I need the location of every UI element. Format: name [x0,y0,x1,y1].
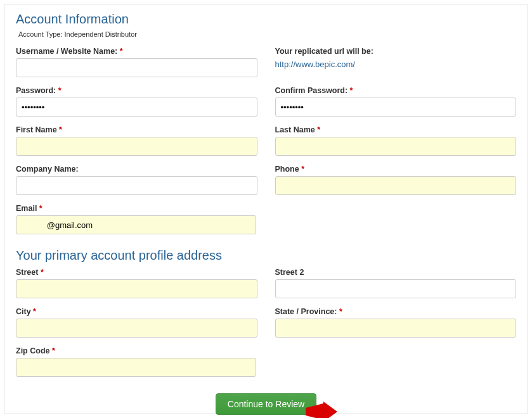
required-mark: * [39,204,42,213]
required-mark: * [33,307,36,316]
city-input[interactable] [16,319,257,338]
last-name-label-text: Last Name [275,125,315,134]
email-label-text: Email [16,204,37,213]
confirm-password-label: Confirm Password: * [275,86,517,95]
username-label-text: Username / Website Name: [16,47,117,56]
last-name-input[interactable] [275,137,517,156]
first-name-label-text: First Name [16,125,57,134]
confirm-password-input[interactable] [275,98,517,117]
account-type-label: Account Type: Independent Distributor [18,30,516,38]
first-name-input[interactable] [16,137,257,156]
phone-label-text: Phone [275,165,299,174]
username-input[interactable] [16,58,257,77]
confirm-password-label-text: Confirm Password: [275,86,348,95]
account-info-title: Account Information [16,12,516,27]
replicated-url-label: Your replicated url will be: [275,47,517,56]
required-mark: * [317,125,320,134]
street-label-text: Street [16,268,38,277]
company-name-input[interactable] [16,176,257,195]
required-mark: * [301,165,304,174]
state-label: State / Province: * [275,307,517,316]
replicated-url-link[interactable]: http://www.bepic.com/ [275,60,355,69]
password-label: Password: * [16,86,257,95]
username-label: Username / Website Name: * [16,47,257,56]
password-input[interactable] [16,98,257,117]
city-label-text: City [16,307,31,316]
email-input[interactable] [16,215,256,234]
city-label: City * [16,307,257,316]
email-label: Email * [16,204,256,213]
zip-input[interactable] [16,358,256,377]
required-mark: * [58,86,62,95]
first-name-label: First Name * [16,125,257,134]
street2-label: Street 2 [275,268,517,277]
zip-label-text: Zip Code [16,346,49,355]
required-mark: * [339,307,342,316]
required-mark: * [52,346,55,355]
password-label-text: Password: [16,86,56,95]
phone-label: Phone * [275,165,517,174]
required-mark: * [59,125,62,134]
street-label: Street * [16,268,257,277]
state-input[interactable] [275,319,517,338]
required-mark: * [41,268,44,277]
required-mark: * [350,86,353,95]
street-input[interactable] [16,279,257,298]
street2-input[interactable] [275,279,517,298]
address-section-title: Your primary account profile address [16,248,516,263]
phone-input[interactable] [275,176,517,195]
zip-label: Zip Code * [16,346,256,355]
state-label-text: State / Province: [275,307,337,316]
continue-to-review-button[interactable]: Continue to Review [216,393,316,415]
last-name-label: Last Name * [275,125,517,134]
required-mark: * [120,47,123,56]
company-name-label: Company Name: [16,165,257,174]
